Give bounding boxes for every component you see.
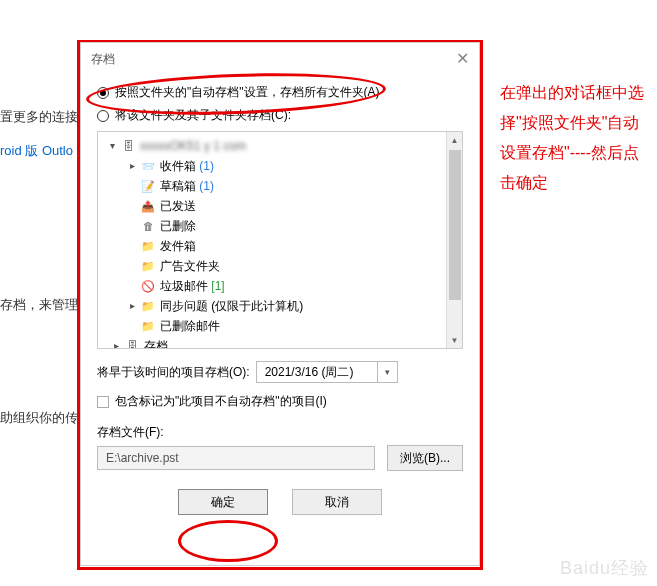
radio-icon bbox=[97, 110, 109, 122]
date-value: 2021/3/16 (周二) bbox=[257, 364, 377, 381]
tree-row[interactable]: 已删除邮件 bbox=[100, 316, 460, 336]
drafts-icon bbox=[140, 179, 156, 193]
scroll-down-icon[interactable]: ▼ bbox=[447, 332, 462, 348]
radio-label: 将该文件夹及其子文件夹存档(C): bbox=[115, 107, 291, 124]
archive-file-input[interactable]: E:\archive.pst bbox=[97, 446, 375, 470]
watermark: Baidu经验 bbox=[560, 556, 649, 580]
tree-row[interactable]: ▸ 同步问题 (仅限于此计算机) bbox=[100, 296, 460, 316]
tree-row[interactable]: ▸ 收件箱 (1) bbox=[100, 156, 460, 176]
trash-icon bbox=[140, 219, 156, 233]
tree-row[interactable]: 已发送 bbox=[100, 196, 460, 216]
background-panel: 置更多的连接 roid 版 Outlo 存档，来管理 助组织你的传 bbox=[0, 0, 80, 435]
scroll-up-icon[interactable]: ▲ bbox=[447, 132, 462, 148]
tree-label: 同步问题 (仅限于此计算机) bbox=[160, 296, 303, 316]
tree-label: 已发送 bbox=[160, 196, 196, 216]
tree-row[interactable]: 垃圾邮件 [1] bbox=[100, 276, 460, 296]
tree-count: (1) bbox=[199, 156, 214, 176]
date-row: 将早于该时间的项目存档(O): 2021/3/16 (周二) ▾ bbox=[97, 361, 463, 383]
chevron-right-icon: ▸ bbox=[126, 156, 138, 176]
folder-icon bbox=[140, 259, 156, 273]
folder-icon bbox=[140, 239, 156, 253]
checkbox-icon bbox=[97, 396, 109, 408]
archive-dialog: 存档 ✕ 按照文件夹的"自动存档"设置，存档所有文件夹(A) 将该文件夹及其子文… bbox=[80, 42, 480, 566]
folder-tree[interactable]: ▾ xxxxxOK51 y 1 com ▸ 收件箱 (1) 草稿箱 (1) bbox=[97, 131, 463, 349]
close-icon[interactable]: ✕ bbox=[456, 49, 469, 68]
scroll-thumb[interactable] bbox=[449, 150, 461, 300]
ok-button[interactable]: 确定 bbox=[178, 489, 268, 515]
radio-archive-folder[interactable]: 将该文件夹及其子文件夹存档(C): bbox=[97, 104, 463, 127]
tree-row[interactable]: 已删除 bbox=[100, 216, 460, 236]
tree-row[interactable]: ▾ xxxxxOK51 y 1 com bbox=[100, 136, 460, 156]
checkbox-row[interactable]: 包含标记为"此项目不自动存档"的项目(I) bbox=[97, 393, 463, 410]
chevron-down-icon: ▾ bbox=[106, 136, 118, 156]
bg-text: 助组织你的传 bbox=[0, 401, 80, 435]
date-combo[interactable]: 2021/3/16 (周二) ▾ bbox=[256, 361, 398, 383]
tree-row[interactable]: 广告文件夹 bbox=[100, 256, 460, 276]
radio-auto-archive[interactable]: 按照文件夹的"自动存档"设置，存档所有文件夹(A) bbox=[97, 81, 463, 104]
folder-icon bbox=[140, 319, 156, 333]
scrollbar[interactable]: ▲ ▼ bbox=[446, 132, 462, 348]
tree-row[interactable]: 草稿箱 (1) bbox=[100, 176, 460, 196]
tree-label: 已删除邮件 bbox=[160, 316, 220, 336]
dialog-title: 存档 bbox=[91, 51, 115, 68]
browse-button[interactable]: 浏览(B)... bbox=[387, 445, 463, 471]
bg-text: 置更多的连接 bbox=[0, 100, 80, 134]
tree-label: 收件箱 bbox=[160, 156, 196, 176]
tree-count: [1] bbox=[211, 276, 224, 296]
inbox-icon bbox=[140, 159, 156, 173]
account-icon bbox=[120, 139, 136, 153]
cancel-button[interactable]: 取消 bbox=[292, 489, 382, 515]
radio-icon bbox=[97, 87, 109, 99]
tree-row[interactable]: 发件箱 bbox=[100, 236, 460, 256]
file-label: 存档文件(F): bbox=[97, 424, 463, 441]
tree-label: 草稿箱 bbox=[160, 176, 196, 196]
radio-label: 按照文件夹的"自动存档"设置，存档所有文件夹(A) bbox=[115, 84, 380, 101]
sent-icon bbox=[140, 199, 156, 213]
chevron-down-icon[interactable]: ▾ bbox=[377, 362, 397, 382]
tree-label: xxxxxOK51 y 1 com bbox=[140, 136, 246, 156]
checkbox-label: 包含标记为"此项目不自动存档"的项目(I) bbox=[115, 393, 327, 410]
archive-file-value: E:\archive.pst bbox=[106, 451, 179, 465]
date-label: 将早于该时间的项目存档(O): bbox=[97, 364, 250, 381]
tree-label: 存档 bbox=[144, 336, 168, 349]
tree-label: 垃圾邮件 bbox=[160, 276, 208, 296]
bg-text: 存档，来管理 bbox=[0, 288, 80, 322]
tree-label: 发件箱 bbox=[160, 236, 196, 256]
folder-icon bbox=[140, 299, 156, 313]
titlebar: 存档 ✕ bbox=[81, 43, 479, 75]
tree-count: (1) bbox=[199, 176, 214, 196]
chevron-right-icon: ▸ bbox=[126, 296, 138, 316]
archive-icon bbox=[124, 339, 140, 349]
annotation-text: 在弹出的对话框中选择"按照文件夹"自动设置存档"----然后点击确定 bbox=[500, 78, 650, 198]
tree-label: 广告文件夹 bbox=[160, 256, 220, 276]
tree-label: 已删除 bbox=[160, 216, 196, 236]
tree-row[interactable]: ▸ 存档 bbox=[100, 336, 460, 349]
junk-icon bbox=[140, 279, 156, 293]
chevron-right-icon: ▸ bbox=[110, 336, 122, 349]
bg-link: roid 版 Outlo bbox=[0, 134, 80, 168]
